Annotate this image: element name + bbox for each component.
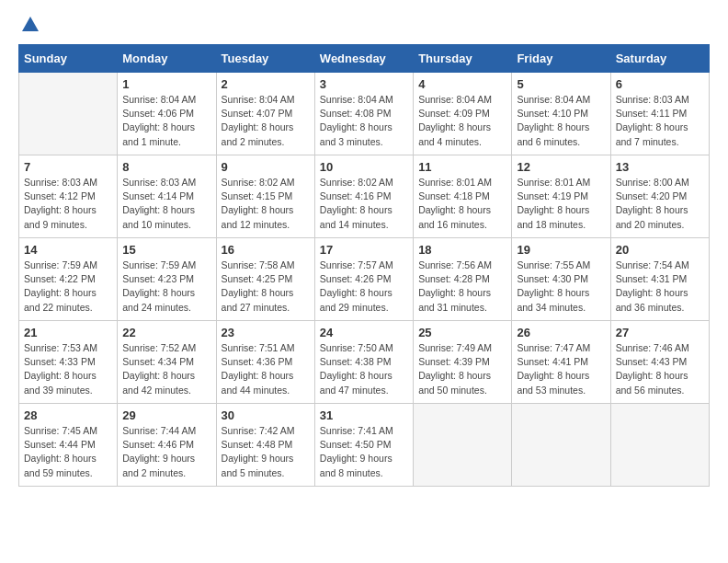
day-number: 16	[222, 243, 310, 257]
calendar-header-row: SundayMondayTuesdayWednesdayThursdayFrid…	[19, 45, 710, 73]
day-info: Sunrise: 8:01 AMSunset: 4:19 PMDaylight:…	[517, 176, 605, 232]
day-number: 5	[517, 77, 605, 91]
day-number: 30	[222, 408, 310, 422]
header-friday: Friday	[512, 45, 610, 73]
header-wednesday: Wednesday	[314, 45, 413, 73]
calendar-day-17: 17Sunrise: 7:57 AMSunset: 4:26 PMDayligh…	[314, 238, 413, 321]
day-info: Sunrise: 7:42 AMSunset: 4:48 PMDaylight:…	[222, 424, 310, 480]
calendar-day-14: 14Sunrise: 7:59 AMSunset: 4:22 PMDayligh…	[19, 238, 118, 321]
day-info: Sunrise: 8:03 AMSunset: 4:14 PMDaylight:…	[122, 176, 210, 232]
day-number: 15	[122, 243, 210, 257]
day-number: 31	[320, 408, 408, 422]
day-number: 23	[222, 326, 310, 339]
day-number: 14	[24, 243, 112, 257]
day-info: Sunrise: 8:04 AMSunset: 4:10 PMDaylight:…	[517, 93, 605, 149]
calendar-day-27: 27Sunrise: 7:46 AMSunset: 4:43 PMDayligh…	[610, 321, 709, 404]
calendar-week-1: 7Sunrise: 8:03 AMSunset: 4:12 PMDaylight…	[19, 155, 710, 238]
day-number: 21	[24, 326, 112, 339]
day-info: Sunrise: 7:52 AMSunset: 4:34 PMDaylight:…	[122, 341, 210, 397]
day-number: 4	[418, 77, 506, 91]
day-number: 24	[320, 326, 408, 339]
header-saturday: Saturday	[610, 45, 709, 73]
day-info: Sunrise: 8:02 AMSunset: 4:16 PMDaylight:…	[320, 176, 408, 232]
calendar-day-24: 24Sunrise: 7:50 AMSunset: 4:38 PMDayligh…	[314, 321, 413, 404]
day-info: Sunrise: 8:04 AMSunset: 4:07 PMDaylight:…	[222, 93, 310, 149]
calendar-day-18: 18Sunrise: 7:56 AMSunset: 4:28 PMDayligh…	[414, 238, 512, 321]
day-number: 28	[24, 408, 112, 422]
day-info: Sunrise: 7:49 AMSunset: 4:39 PMDaylight:…	[418, 341, 506, 397]
calendar-day-20: 20Sunrise: 7:54 AMSunset: 4:31 PMDayligh…	[610, 238, 709, 321]
day-info: Sunrise: 7:55 AMSunset: 4:30 PMDaylight:…	[517, 259, 605, 315]
calendar-week-4: 28Sunrise: 7:45 AMSunset: 4:44 PMDayligh…	[19, 404, 710, 487]
calendar-day-empty	[512, 404, 610, 487]
day-number: 26	[517, 326, 605, 339]
logo-icon	[20, 15, 40, 35]
day-number: 11	[418, 160, 506, 174]
day-number: 22	[122, 326, 210, 339]
calendar: SundayMondayTuesdayWednesdayThursdayFrid…	[18, 44, 710, 487]
calendar-day-6: 6Sunrise: 8:03 AMSunset: 4:11 PMDaylight…	[610, 73, 709, 155]
calendar-day-10: 10Sunrise: 8:02 AMSunset: 4:16 PMDayligh…	[314, 155, 413, 238]
day-info: Sunrise: 8:04 AMSunset: 4:08 PMDaylight:…	[320, 93, 408, 149]
day-info: Sunrise: 8:04 AMSunset: 4:06 PMDaylight:…	[122, 93, 210, 149]
calendar-week-0: 1Sunrise: 8:04 AMSunset: 4:06 PMDaylight…	[19, 73, 710, 155]
calendar-day-11: 11Sunrise: 8:01 AMSunset: 4:18 PMDayligh…	[414, 155, 512, 238]
calendar-day-22: 22Sunrise: 7:52 AMSunset: 4:34 PMDayligh…	[118, 321, 216, 404]
day-info: Sunrise: 7:50 AMSunset: 4:38 PMDaylight:…	[320, 341, 408, 397]
day-info: Sunrise: 8:00 AMSunset: 4:20 PMDaylight:…	[616, 176, 704, 232]
day-info: Sunrise: 7:58 AMSunset: 4:25 PMDaylight:…	[222, 259, 310, 315]
day-info: Sunrise: 7:53 AMSunset: 4:33 PMDaylight:…	[24, 341, 112, 397]
calendar-day-16: 16Sunrise: 7:58 AMSunset: 4:25 PMDayligh…	[216, 238, 314, 321]
day-number: 29	[122, 408, 210, 422]
calendar-day-30: 30Sunrise: 7:42 AMSunset: 4:48 PMDayligh…	[216, 404, 314, 487]
header-monday: Monday	[118, 45, 216, 73]
calendar-day-1: 1Sunrise: 8:04 AMSunset: 4:06 PMDaylight…	[118, 73, 216, 155]
calendar-day-9: 9Sunrise: 8:02 AMSunset: 4:15 PMDaylight…	[216, 155, 314, 238]
day-info: Sunrise: 7:59 AMSunset: 4:23 PMDaylight:…	[122, 259, 210, 315]
calendar-day-8: 8Sunrise: 8:03 AMSunset: 4:14 PMDaylight…	[118, 155, 216, 238]
calendar-day-25: 25Sunrise: 7:49 AMSunset: 4:39 PMDayligh…	[414, 321, 512, 404]
calendar-day-23: 23Sunrise: 7:51 AMSunset: 4:36 PMDayligh…	[216, 321, 314, 404]
day-info: Sunrise: 8:03 AMSunset: 4:11 PMDaylight:…	[616, 93, 704, 149]
day-info: Sunrise: 7:51 AMSunset: 4:36 PMDaylight:…	[222, 341, 310, 397]
calendar-day-29: 29Sunrise: 7:44 AMSunset: 4:46 PMDayligh…	[118, 404, 216, 487]
day-number: 10	[320, 160, 408, 174]
calendar-day-26: 26Sunrise: 7:47 AMSunset: 4:41 PMDayligh…	[512, 321, 610, 404]
day-info: Sunrise: 7:46 AMSunset: 4:43 PMDaylight:…	[616, 341, 704, 397]
calendar-day-2: 2Sunrise: 8:04 AMSunset: 4:07 PMDaylight…	[216, 73, 314, 155]
day-info: Sunrise: 7:57 AMSunset: 4:26 PMDaylight:…	[320, 259, 408, 315]
day-number: 27	[616, 326, 704, 339]
header-tuesday: Tuesday	[216, 45, 314, 73]
svg-marker-0	[22, 17, 39, 31]
day-info: Sunrise: 7:45 AMSunset: 4:44 PMDaylight:…	[24, 424, 112, 480]
day-info: Sunrise: 7:44 AMSunset: 4:46 PMDaylight:…	[122, 424, 210, 480]
day-number: 19	[517, 243, 605, 257]
calendar-day-3: 3Sunrise: 8:04 AMSunset: 4:08 PMDaylight…	[314, 73, 413, 155]
calendar-day-empty	[19, 73, 118, 155]
calendar-day-21: 21Sunrise: 7:53 AMSunset: 4:33 PMDayligh…	[19, 321, 118, 404]
day-number: 7	[24, 160, 112, 174]
day-info: Sunrise: 7:54 AMSunset: 4:31 PMDaylight:…	[616, 259, 704, 315]
day-info: Sunrise: 8:03 AMSunset: 4:12 PMDaylight:…	[24, 176, 112, 232]
day-info: Sunrise: 8:04 AMSunset: 4:09 PMDaylight:…	[418, 93, 506, 149]
day-number: 18	[418, 243, 506, 257]
day-number: 17	[320, 243, 408, 257]
day-info: Sunrise: 8:02 AMSunset: 4:15 PMDaylight:…	[222, 176, 310, 232]
calendar-day-7: 7Sunrise: 8:03 AMSunset: 4:12 PMDaylight…	[19, 155, 118, 238]
day-info: Sunrise: 8:01 AMSunset: 4:18 PMDaylight:…	[418, 176, 506, 232]
header-sunday: Sunday	[19, 45, 118, 73]
day-number: 9	[222, 160, 310, 174]
day-info: Sunrise: 7:59 AMSunset: 4:22 PMDaylight:…	[24, 259, 112, 315]
day-number: 8	[122, 160, 210, 174]
day-number: 25	[418, 326, 506, 339]
day-info: Sunrise: 7:47 AMSunset: 4:41 PMDaylight:…	[517, 341, 605, 397]
day-number: 1	[122, 77, 210, 91]
day-number: 12	[517, 160, 605, 174]
calendar-day-empty	[610, 404, 709, 487]
header-thursday: Thursday	[414, 45, 512, 73]
day-number: 3	[320, 77, 408, 91]
day-number: 13	[616, 160, 704, 174]
day-number: 20	[616, 243, 704, 257]
calendar-day-12: 12Sunrise: 8:01 AMSunset: 4:19 PMDayligh…	[512, 155, 610, 238]
calendar-day-31: 31Sunrise: 7:41 AMSunset: 4:50 PMDayligh…	[314, 404, 413, 487]
